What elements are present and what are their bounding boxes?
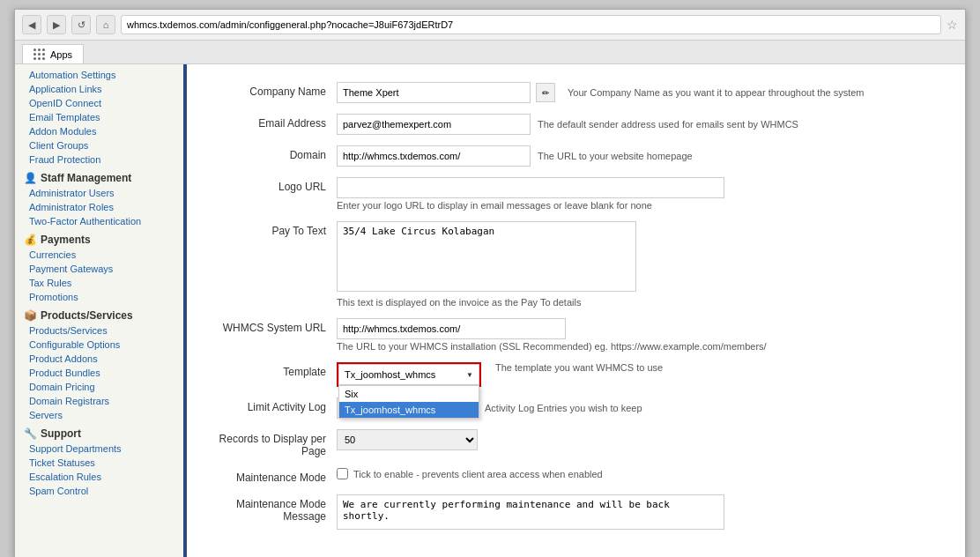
records-per-page-select[interactable]: 25 50 100 — [337, 429, 478, 450]
sidebar-item-product-addons[interactable]: Product Addons — [15, 352, 183, 366]
browser-window: ◀ ▶ ↺ ⌂ ☆ Apps Automation Settings Appli… — [14, 9, 966, 557]
template-selected-value: Tx_joomhost_whmcs — [345, 369, 435, 380]
template-group: Tx_joomhost_whmcs ▼ Six Tx_joomhost_whmc… — [337, 362, 947, 387]
records-per-page-control: 25 50 100 — [337, 429, 947, 450]
whmcs-system-url-input[interactable] — [337, 318, 566, 339]
sidebar-item-payment-gateways[interactable]: Payment Gateways — [15, 262, 183, 276]
sidebar-item-spam-control[interactable]: Spam Control — [15, 484, 183, 498]
sidebar-item-escalation-rules[interactable]: Escalation Rules — [15, 470, 183, 484]
whmcs-system-url-row: WHMCS System URL The URL to your WHMCS i… — [213, 318, 947, 352]
template-label: Template — [213, 362, 337, 378]
maintenance-mode-control: Tick to enable - prevents client area ac… — [337, 468, 947, 479]
sidebar-item-promotions[interactable]: Promotions — [15, 290, 183, 304]
sidebar-item-openid-connect[interactable]: OpenID Connect — [15, 96, 183, 110]
sidebar-item-two-factor-auth[interactable]: Two-Factor Authentication — [15, 214, 183, 228]
logo-url-control: Enter your logo URL to display in email … — [337, 177, 947, 211]
sidebar-section-staff-management: 👤 Staff Management — [15, 167, 183, 186]
sidebar-item-administrator-roles[interactable]: Administrator Roles — [15, 200, 183, 214]
email-address-label: Email Address — [213, 114, 337, 130]
staff-icon: 👤 — [24, 172, 37, 184]
domain-input[interactable] — [337, 145, 531, 167]
products-icon: 📦 — [24, 309, 37, 322]
company-name-row: Company Name ✏ Your Company Name as you … — [213, 82, 947, 103]
template-dropdown-selected[interactable]: Tx_joomhost_whmcs ▼ — [338, 364, 479, 385]
support-icon: 🔧 — [24, 427, 37, 440]
pay-to-text-input[interactable]: 35/4 Lake Circus Kolabagan — [337, 221, 636, 292]
edit-icon[interactable]: ✏ — [536, 83, 555, 102]
maintenance-mode-hint: Tick to enable - prevents client area ac… — [353, 469, 603, 479]
email-address-group: The default sender address used for emai… — [337, 114, 947, 135]
limit-activity-log-row: Limit Activity Log 1000 5000 10000 Activ… — [213, 397, 947, 419]
sidebar-section-products-services: 📦 Products/Services — [15, 304, 183, 323]
sidebar-item-tax-rules[interactable]: Tax Rules — [15, 276, 183, 290]
forward-button[interactable]: ▶ — [47, 15, 66, 34]
pay-to-text-label: Pay To Text — [213, 221, 337, 237]
browser-tab[interactable]: Apps — [22, 44, 84, 63]
sidebar-item-configurable-options[interactable]: Configurable Options — [15, 338, 183, 352]
sidebar-item-product-bundles[interactable]: Product Bundles — [15, 366, 183, 380]
main-content: Company Name ✏ Your Company Name as you … — [187, 64, 965, 557]
sidebar-item-support-departments[interactable]: Support Departments — [15, 442, 183, 456]
domain-control: The URL to your website homepage — [337, 145, 947, 167]
maintenance-message-row: Maintenance Mode Message We are currentl… — [213, 494, 947, 532]
template-control: Tx_joomhost_whmcs ▼ Six Tx_joomhost_whmc… — [337, 362, 947, 387]
home-button[interactable]: ⌂ — [96, 15, 115, 34]
sidebar-item-currencies[interactable]: Currencies — [15, 248, 183, 262]
reload-button[interactable]: ↺ — [71, 15, 91, 34]
sidebar-item-addon-modules[interactable]: Addon Modules — [15, 124, 183, 138]
whmcs-system-url-hint: The URL to your WHMCS installation (SSL … — [337, 341, 947, 352]
sidebar-item-domain-registrars[interactable]: Domain Registrars — [15, 394, 183, 408]
sidebar-item-application-links[interactable]: Application Links — [15, 82, 183, 96]
sidebar-section-general: Automation Settings Application Links Op… — [15, 68, 183, 167]
sidebar-item-automation-settings[interactable]: Automation Settings — [15, 68, 183, 82]
maintenance-message-control: We are currently performing maintenance … — [337, 494, 947, 532]
bookmark-icon[interactable]: ☆ — [947, 18, 958, 32]
tab-label: Apps — [50, 49, 72, 60]
template-dropdown-list: Six Tx_joomhost_whmcs — [338, 385, 479, 419]
maintenance-mode-group: Tick to enable - prevents client area ac… — [337, 468, 947, 479]
domain-row: Domain The URL to your website homepage — [213, 145, 947, 167]
sidebar-item-fraud-protection[interactable]: Fraud Protection — [15, 152, 183, 167]
logo-url-input[interactable] — [337, 177, 724, 198]
template-option-six[interactable]: Six — [339, 386, 479, 402]
company-name-input[interactable] — [337, 82, 531, 103]
template-row: Template Tx_joomhost_whmcs ▼ Six Tx_joom… — [213, 362, 947, 387]
domain-group: The URL to your website homepage — [337, 145, 947, 167]
email-address-row: Email Address The default sender address… — [213, 114, 947, 135]
sidebar: Automation Settings Application Links Op… — [15, 64, 187, 557]
whmcs-system-url-control: The URL to your WHMCS installation (SSL … — [337, 318, 947, 352]
records-per-page-label: Records to Display per Page — [213, 429, 337, 457]
records-per-page-row: Records to Display per Page 25 50 100 — [213, 429, 947, 457]
email-address-input[interactable] — [337, 114, 531, 135]
sidebar-item-servers[interactable]: Servers — [15, 408, 183, 422]
sidebar-item-ticket-statuses[interactable]: Ticket Statuses — [15, 456, 183, 470]
content-area: Automation Settings Application Links Op… — [15, 64, 965, 557]
logo-url-label: Logo URL — [213, 177, 337, 193]
sidebar-item-administrator-users[interactable]: Administrator Users — [15, 186, 183, 200]
email-address-control: The default sender address used for emai… — [337, 114, 947, 135]
company-name-label: Company Name — [213, 82, 337, 98]
limit-activity-log-hint: Activity Log Entries you wish to keep — [485, 403, 642, 413]
back-button[interactable]: ◀ — [22, 15, 41, 34]
maintenance-message-label: Maintenance Mode Message — [213, 494, 337, 523]
pay-to-text-row: Pay To Text 35/4 Lake Circus Kolabagan T… — [213, 221, 947, 308]
sidebar-item-client-groups[interactable]: Client Groups — [15, 138, 183, 152]
address-bar[interactable] — [121, 15, 941, 34]
company-name-hint: Your Company Name as you want it to appe… — [568, 87, 865, 98]
maintenance-message-input[interactable]: We are currently performing maintenance … — [337, 494, 724, 530]
dropdown-arrow-icon: ▼ — [466, 371, 473, 379]
sidebar-item-email-templates[interactable]: Email Templates — [15, 110, 183, 124]
tab-bar: Apps — [15, 41, 965, 64]
maintenance-mode-label: Maintenance Mode — [213, 468, 337, 484]
sidebar-item-products-services[interactable]: Products/Services — [15, 323, 183, 338]
sidebar-item-domain-pricing[interactable]: Domain Pricing — [15, 380, 183, 394]
logo-url-row: Logo URL Enter your logo URL to display … — [213, 177, 947, 211]
template-dropdown-container: Tx_joomhost_whmcs ▼ Six Tx_joomhost_whmc… — [337, 362, 481, 387]
domain-label: Domain — [213, 145, 337, 161]
template-hint: The template you want WHMCS to use — [495, 362, 663, 373]
logo-url-hint: Enter your logo URL to display in email … — [337, 200, 947, 211]
template-option-tx[interactable]: Tx_joomhost_whmcs — [339, 402, 479, 418]
maintenance-mode-row: Maintenance Mode Tick to enable - preven… — [213, 468, 947, 484]
sidebar-section-support: 🔧 Support — [15, 422, 183, 442]
maintenance-mode-checkbox[interactable] — [337, 468, 348, 479]
